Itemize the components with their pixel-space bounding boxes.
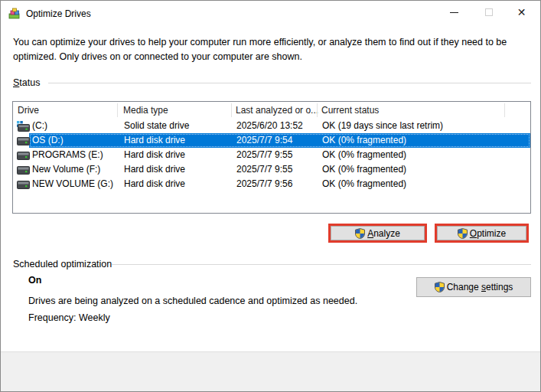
- column-separator[interactable]: [231, 103, 232, 117]
- hdd-drive-icon: [17, 150, 30, 161]
- window-title: Optimize Drives: [26, 8, 91, 19]
- intro-text: You can optimize your drives to help you…: [13, 35, 521, 64]
- uac-shield-icon: [458, 228, 468, 239]
- hdd-drive-icon: [17, 179, 30, 190]
- table-row-drive-e[interactable]: PROGRAMS (E:) Hard disk drive 2025/7/7 9…: [14, 148, 530, 162]
- column-separator[interactable]: [504, 103, 505, 117]
- maximize-button-disabled: [471, 1, 506, 24]
- scheduled-section-label: Scheduled optimization: [13, 259, 112, 270]
- scheduled-separator-line: [101, 264, 531, 265]
- table-row-drive-g[interactable]: NEW VOLUME (G:) Hard disk drive 2025/7/7…: [14, 177, 530, 191]
- status-separator-line: [48, 83, 531, 83]
- column-header-last-analyzed[interactable]: Last analyzed or o...: [236, 105, 318, 116]
- drive-list-header: Drive Media type Last analyzed or o... C…: [13, 102, 530, 119]
- analyze-button-label: Analyze: [367, 228, 400, 239]
- column-header-media[interactable]: Media type: [123, 105, 168, 116]
- scheduled-description: Drives are being analyzed on a scheduled…: [28, 296, 357, 306]
- column-separator[interactable]: [117, 103, 118, 117]
- scheduled-state: On: [28, 275, 41, 286]
- dialog-footer: Close: [1, 351, 540, 391]
- close-window-button[interactable]: ✕: [504, 1, 539, 24]
- uac-shield-icon: [435, 282, 445, 292]
- change-settings-label: Change settings: [447, 282, 513, 292]
- hdd-drive-icon: [17, 136, 30, 146]
- table-row-drive-f[interactable]: New Volume (F:) Hard disk drive 2025/7/7…: [14, 162, 530, 177]
- status-section-label: Status: [13, 77, 40, 88]
- title-bar: Optimize Drives ✕: [1, 1, 540, 26]
- ssd-drive-icon: [17, 121, 30, 132]
- optimize-annotation-box: Optimize: [435, 224, 529, 243]
- analyze-annotation-box: Analyze: [328, 224, 427, 243]
- analyze-button[interactable]: Analyze: [331, 226, 425, 240]
- table-row-drive-c[interactable]: (C:) Solid state drive 2025/6/20 13:52 O…: [14, 119, 530, 133]
- optimize-button-label: Optimize: [470, 228, 506, 239]
- column-separator[interactable]: [317, 103, 318, 117]
- hdd-drive-icon: [17, 165, 30, 175]
- minimize-icon: [450, 12, 458, 13]
- column-header-drive[interactable]: Drive: [18, 105, 39, 116]
- table-row-drive-d-selected[interactable]: OS (D:) Hard disk drive 2025/7/7 9:54 OK…: [14, 133, 530, 148]
- maximize-icon: [485, 8, 493, 16]
- minimize-button[interactable]: [437, 1, 471, 24]
- scheduled-frequency: Frequency: Weekly: [28, 312, 110, 323]
- uac-shield-icon: [355, 228, 365, 239]
- close-icon: ✕: [517, 6, 526, 18]
- drive-list: Drive Media type Last analyzed or o... C…: [12, 101, 531, 214]
- change-settings-button[interactable]: Change settings: [416, 277, 531, 297]
- optimize-button[interactable]: Optimize: [437, 226, 526, 240]
- column-header-current-status[interactable]: Current status: [321, 105, 379, 116]
- optimize-drives-dialog: Optimize Drives ✕ You can optimize your …: [0, 0, 541, 392]
- defrag-app-icon: [8, 8, 21, 20]
